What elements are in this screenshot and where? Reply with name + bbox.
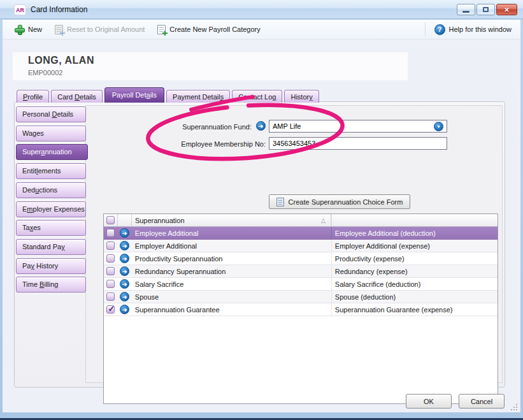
superannuation-fund-input[interactable]	[269, 120, 447, 133]
help-for-this-window[interactable]: ? Help for this window	[425, 22, 520, 36]
sidebar-item-employer-expenses[interactable]: Employer Expenses	[16, 201, 86, 217]
create-category-label: Create New Payroll Category	[169, 25, 260, 33]
row-detail-arrow-icon[interactable]: ➔	[120, 254, 129, 263]
row-checkbox-checked[interactable]	[106, 305, 115, 314]
minimize-button[interactable]	[457, 4, 475, 15]
toolbar-separator	[425, 22, 426, 36]
row-detail-arrow-icon[interactable]: ➔	[120, 305, 129, 314]
sidebar-item-taxes[interactable]: Taxes	[16, 220, 86, 236]
header-checkbox-cell[interactable]	[104, 214, 118, 226]
close-button[interactable]: ✕	[496, 4, 517, 15]
table-row[interactable]: ➔ Superannuation Guarantee Superannuatio…	[104, 303, 498, 316]
restore-button[interactable]	[476, 4, 495, 15]
create-new-payroll-category-button[interactable]: Create New Payroll Category	[151, 20, 266, 39]
row-name: Employer Additional	[135, 242, 197, 250]
table-header-row: Superannuation △	[104, 214, 498, 227]
row-category: Employer Additional (expense)	[335, 242, 430, 250]
sidebar-item-personal-details[interactable]: Personal Details	[16, 106, 86, 122]
card-information-window: AR Card Information ✕ New Reset to Origi…	[0, 0, 523, 420]
select-all-checkbox[interactable]	[106, 216, 115, 224]
window-title: Card Information	[31, 5, 87, 14]
row-name: Salary Sacrifice	[135, 280, 183, 288]
sort-ascending-icon[interactable]: △	[321, 217, 326, 224]
row-checkbox[interactable]	[106, 229, 115, 237]
client-area: LONG, ALAN EMP00002 Profile Card Details…	[3, 40, 520, 412]
sidebar-item-wages[interactable]: Wages	[16, 126, 86, 141]
help-label: Help for this window	[449, 25, 512, 33]
superannuation-fund-label: Superannuation Fund:	[124, 123, 252, 131]
employee-membership-no-label: Employee Membership No:	[124, 140, 266, 148]
row-detail-arrow-icon[interactable]: ➔	[120, 266, 129, 276]
reset-label: Reset to Original Amount	[67, 25, 145, 33]
fund-dropdown-icon[interactable]: ▼	[434, 122, 443, 131]
plus-icon	[14, 24, 24, 34]
tab-contact-log[interactable]: Contact Log	[232, 90, 282, 103]
table-row[interactable]: ➔ Salary Sacrifice Salary Sacrifice (ded…	[104, 278, 498, 291]
row-checkbox[interactable]	[106, 254, 115, 263]
row-name: Superannuation Guarantee	[135, 306, 220, 314]
cancel-button[interactable]: Cancel	[459, 394, 505, 409]
tab-payment-details[interactable]: Payment Details	[166, 90, 230, 103]
form-icon	[276, 198, 284, 206]
employee-header: LONG, ALAN EMP00002	[13, 52, 408, 80]
row-name: Spouse	[135, 293, 159, 301]
employee-id: EMP00002	[28, 69, 62, 76]
tab-bar: Profile Card Details Payroll Details Pay…	[17, 87, 319, 103]
row-name: Redundancy Superannuation	[135, 268, 226, 275]
table-row[interactable]: ➔ Employee Additional Employee Additiona…	[104, 227, 498, 240]
row-category: Salary Sacrifice (deduction)	[335, 280, 421, 288]
tab-history[interactable]: History	[284, 90, 319, 103]
row-checkbox[interactable]	[106, 267, 115, 275]
row-detail-arrow-icon[interactable]: ➔	[120, 292, 129, 301]
tab-payroll-details[interactable]: Payroll Details	[104, 87, 164, 103]
row-name: Productivity Superannuation	[135, 255, 223, 263]
reset-icon	[55, 25, 63, 34]
tab-profile[interactable]: Profile	[17, 90, 49, 103]
sidebar-item-standard-pay[interactable]: Standard Pay	[16, 239, 86, 255]
tab-card-details[interactable]: Card Details	[51, 90, 103, 103]
sidebar-item-superannuation[interactable]: Superannuation	[16, 144, 88, 160]
fund-search-arrow-icon[interactable]: ➔	[256, 121, 266, 131]
table-row[interactable]: ➔ Redundancy Superannuation Redundancy (…	[104, 265, 498, 278]
minimize-icon	[462, 11, 469, 13]
sidebar-item-deductions[interactable]: Deductions	[16, 182, 86, 198]
document-plus-icon	[157, 25, 166, 34]
category-column-header	[331, 214, 498, 226]
row-detail-arrow-icon[interactable]: ➔	[120, 241, 129, 250]
row-category: Superannuation Guarantee (expense)	[335, 306, 453, 314]
table-row[interactable]: ➔ Productivity Superannuation Productivi…	[104, 252, 498, 265]
row-checkbox[interactable]	[106, 293, 115, 301]
row-category: Redundancy (expense)	[335, 268, 408, 275]
row-category: Productivity (expense)	[335, 255, 405, 263]
title-bar[interactable]: AR Card Information ✕	[0, 0, 523, 19]
column-header-label: Superannuation	[135, 217, 185, 224]
row-checkbox[interactable]	[106, 242, 115, 250]
restore-icon	[483, 7, 489, 12]
row-category: Spouse (deduction)	[335, 293, 396, 301]
row-detail-arrow-icon[interactable]: ➔	[120, 228, 129, 238]
payroll-details-panel: Personal Details Wages Superannuation En…	[14, 101, 505, 387]
row-checkbox[interactable]	[106, 280, 115, 288]
sidebar-item-time-billing[interactable]: Time Billing	[16, 277, 86, 293]
resize-grip[interactable]	[510, 403, 518, 411]
ok-button[interactable]: OK	[406, 394, 452, 409]
employee-membership-no-input[interactable]	[269, 137, 447, 150]
table-row[interactable]: ➔ Spouse Spouse (deduction)	[104, 291, 498, 303]
sidebar-item-pay-history[interactable]: Pay History	[16, 258, 86, 274]
superannuation-section: Superannuation Fund: ➔ ▼ Employee Member…	[85, 105, 503, 383]
close-icon: ✕	[504, 6, 509, 13]
choice-button-label: Create Superannuation Choice Form	[289, 198, 403, 206]
table-row[interactable]: ➔ Employer Additional Employer Additiona…	[104, 240, 498, 252]
new-button[interactable]: New	[8, 20, 48, 39]
row-name: Employee Additional	[135, 229, 199, 237]
row-category: Employee Additional (deduction)	[335, 229, 436, 237]
toolbar: New Reset to Original Amount Create New …	[3, 20, 520, 40]
row-detail-arrow-icon[interactable]: ➔	[120, 279, 129, 289]
employee-name: LONG, ALAN	[28, 55, 94, 66]
create-superannuation-choice-form-button[interactable]: Create Superannuation Choice Form	[269, 194, 410, 209]
superannuation-column-header[interactable]: Superannuation △	[132, 214, 331, 226]
new-label: New	[28, 25, 42, 33]
reset-to-original-amount-button: Reset to Original Amount	[48, 20, 151, 39]
sidebar-item-entitlements[interactable]: Entitlements	[16, 163, 86, 179]
app-icon: AR	[14, 4, 26, 15]
